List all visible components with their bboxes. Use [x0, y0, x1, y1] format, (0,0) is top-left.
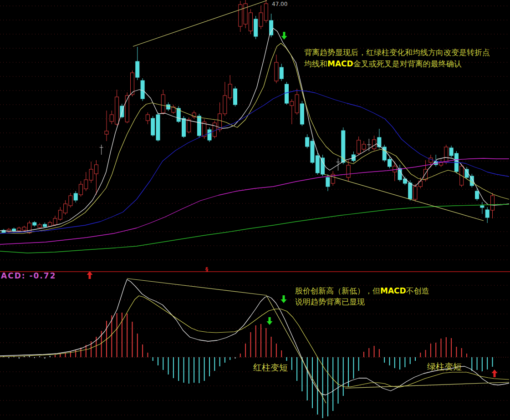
- price-macd-chart[interactable]: 47.00 背离趋势显现后，红绿柱变化和均线方向改变是转折点 均线和MACD金叉…: [0, 0, 510, 420]
- candle-body: [295, 95, 299, 113]
- candle-body: [146, 115, 149, 121]
- candle-body: [408, 183, 412, 199]
- candle-body: [316, 156, 319, 173]
- candle-body: [223, 96, 227, 114]
- candle-body: [311, 141, 314, 162]
- candle-body: [485, 210, 489, 218]
- candle-body: [259, 13, 263, 26]
- trading-app-window: 47.00 背离趋势显现后，红绿柱变化和均线方向改变是转折点 均线和MACD金叉…: [0, 0, 510, 420]
- candle-body: [58, 210, 62, 219]
- top-annotation-line1: 背离趋势显现后，红绿柱变化和均线方向改变是转折点: [304, 48, 490, 57]
- macd-annotation-line1: 股价创新高（新低），但MACD不创造: [295, 286, 429, 295]
- candle-body: [38, 225, 41, 228]
- candle-body: [89, 169, 93, 180]
- candle-body: [115, 97, 119, 124]
- candle-body: [161, 95, 165, 113]
- arrows-layer: [87, 32, 498, 377]
- candle-body: [79, 184, 83, 195]
- candle-body: [94, 165, 98, 174]
- candle-body: [74, 193, 77, 200]
- candle-body: [239, 5, 242, 26]
- candle-body: [264, 4, 268, 20]
- candle-body: [187, 120, 191, 132]
- candle-body: [480, 206, 484, 207]
- candle-body: [280, 67, 283, 79]
- candle-body: [151, 118, 155, 135]
- candle-body: [105, 131, 108, 134]
- candle-body: [234, 89, 237, 105]
- candle-body: [290, 101, 294, 106]
- candle-body: [69, 196, 72, 206]
- candle-body: [197, 116, 201, 136]
- candle-body: [43, 224, 46, 227]
- candle-body: [491, 196, 495, 210]
- candle-body: [156, 115, 160, 140]
- candle-body: [17, 228, 21, 231]
- macd-highlight-word: MACD: [380, 286, 406, 295]
- candle-body: [213, 123, 216, 137]
- macd-dif-line: [0, 279, 509, 395]
- candle-body: [228, 84, 232, 98]
- top-annotation-line2: 均线和MACD金叉或死叉是对背离的最终确认: [304, 59, 462, 68]
- candle-body: [393, 166, 397, 172]
- macd-panel[interactable]: [0, 278, 509, 418]
- candle-body: [22, 227, 26, 230]
- up-arrow-icon: [87, 271, 93, 279]
- macd-histogram-layer: [4, 313, 493, 418]
- candle-body: [53, 218, 57, 225]
- ma-yellow: [0, 43, 509, 233]
- candle-body: [244, 4, 247, 24]
- candle-body: [33, 223, 36, 225]
- candle-body: [475, 191, 479, 199]
- candle-body: [388, 159, 392, 167]
- candle-body: [306, 137, 309, 147]
- candle-body: [321, 158, 325, 174]
- candle-body: [347, 165, 350, 177]
- candle-body: [64, 204, 67, 213]
- candles-layer: [2, 0, 495, 234]
- candle-body: [429, 158, 433, 162]
- price-peak-label: 47.00: [272, 1, 287, 7]
- macd-lines-layer: [0, 279, 509, 395]
- candle-body: [84, 180, 88, 189]
- candle-body: [326, 177, 330, 187]
- candle-body: [270, 20, 273, 35]
- candle-body: [110, 115, 113, 121]
- macd-value-label: ACD: -0.72: [1, 271, 56, 280]
- down-arrow-icon: [267, 317, 273, 325]
- candlestick-panel[interactable]: [0, 0, 509, 253]
- ma-magenta: [0, 158, 509, 244]
- price-trendlines-layer: [133, 0, 484, 221]
- red-bars-shrink-label: 红柱变短: [253, 362, 288, 372]
- macd-dea-line: [0, 296, 509, 387]
- candle-body: [300, 104, 304, 124]
- down-arrow-icon: [281, 32, 287, 40]
- candle-body: [12, 229, 16, 231]
- candle-body: [48, 223, 52, 226]
- candle-body: [449, 148, 453, 156]
- macd-annotation-line2: 说明趋势背离已显现: [295, 297, 365, 306]
- down-arrow-icon: [281, 295, 287, 303]
- candle-body: [254, 19, 258, 36]
- section-marker: §: [205, 266, 208, 273]
- green-bars-shrink-label: 绿柱变短: [427, 361, 462, 371]
- candle-body: [167, 105, 170, 109]
- ma-green: [0, 204, 509, 253]
- up-arrow-icon: [492, 369, 498, 377]
- macd-highlight-word: MACD: [327, 59, 353, 68]
- candle-body: [249, 13, 252, 31]
- candle-body: [413, 187, 417, 199]
- candle-body: [141, 81, 144, 99]
- candle-body: [444, 147, 448, 162]
- candle-body: [208, 130, 211, 140]
- candle-body: [136, 61, 139, 77]
- candle-body: [285, 84, 289, 103]
- candle-body: [362, 144, 366, 149]
- candle-body: [275, 62, 278, 81]
- candle-body: [182, 118, 186, 137]
- candle-body: [398, 168, 402, 180]
- candle-body: [357, 140, 361, 153]
